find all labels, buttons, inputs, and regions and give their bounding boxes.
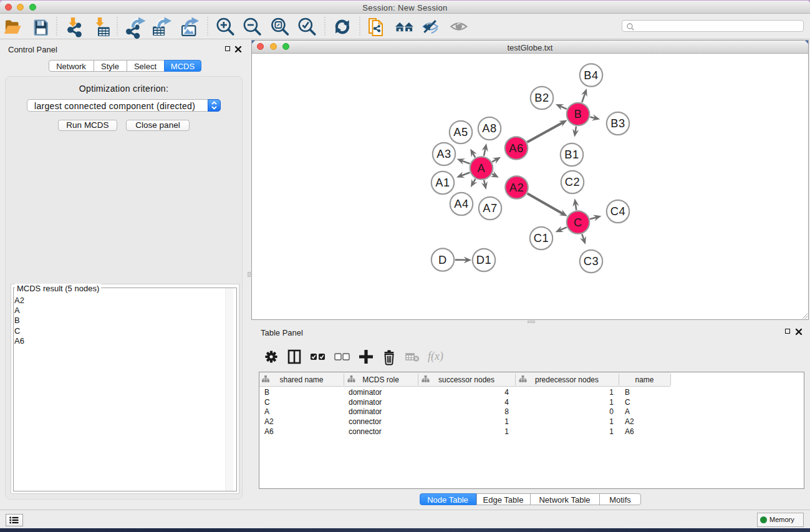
svg-text:B4: B4	[584, 69, 599, 82]
svg-text:A5: A5	[453, 125, 468, 138]
svg-text:A4: A4	[454, 197, 469, 210]
svg-text:A6: A6	[509, 142, 524, 155]
svg-text:B3: B3	[610, 117, 625, 130]
svg-text:C4: C4	[610, 205, 626, 218]
svg-text:A7: A7	[483, 201, 498, 215]
svg-text:C2: C2	[565, 175, 581, 188]
svg-text:D: D	[438, 253, 447, 266]
svg-text:A3: A3	[436, 147, 451, 160]
svg-text:C1: C1	[534, 231, 549, 244]
svg-text:A2: A2	[509, 181, 524, 194]
svg-text:A8: A8	[482, 122, 497, 135]
svg-text:B1: B1	[564, 148, 579, 161]
svg-text:C: C	[574, 216, 582, 229]
svg-text:C3: C3	[584, 254, 599, 268]
svg-text:A: A	[478, 162, 486, 175]
svg-text:A1: A1	[435, 176, 450, 189]
svg-text:D1: D1	[476, 253, 492, 266]
svg-text:B: B	[574, 107, 582, 120]
svg-text:B2: B2	[534, 91, 549, 104]
